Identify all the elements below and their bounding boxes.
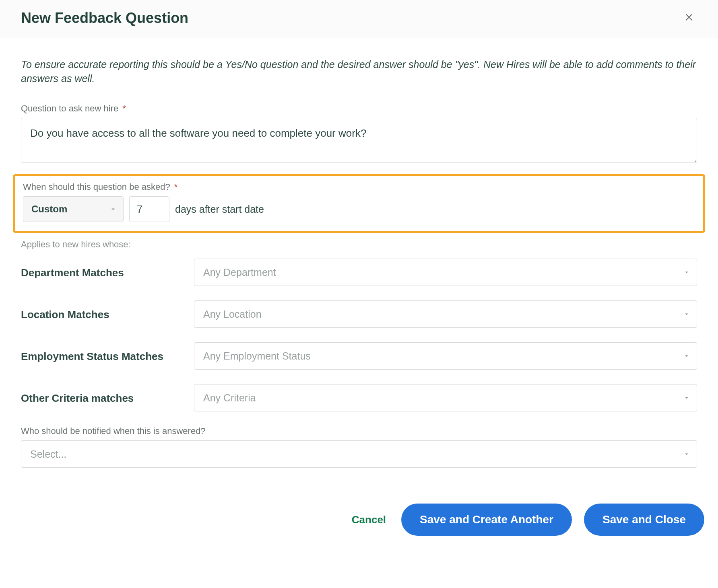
question-field: Question to ask new hire * bbox=[21, 103, 697, 164]
save-and-create-another-button[interactable]: Save and Create Another bbox=[401, 504, 572, 536]
modal-title: New Feedback Question bbox=[21, 10, 188, 27]
employment-status-select[interactable]: Any Employment Status bbox=[194, 342, 697, 370]
notify-placeholder: Select... bbox=[30, 448, 66, 460]
department-criteria-row: Department Matches Any Department bbox=[21, 259, 697, 286]
days-input[interactable] bbox=[129, 196, 169, 222]
timing-type-select[interactable]: Custom bbox=[23, 196, 124, 222]
close-button[interactable] bbox=[681, 10, 697, 26]
location-select[interactable]: Any Location bbox=[194, 300, 697, 328]
location-label: Location Matches bbox=[21, 300, 194, 322]
notify-label: Who should be notified when this is answ… bbox=[21, 426, 697, 436]
modal-footer: Cancel Save and Create Another Save and … bbox=[0, 492, 718, 552]
chevron-down-icon bbox=[683, 269, 690, 276]
timing-section-highlighted: When should this question be asked? * Cu… bbox=[13, 174, 705, 233]
new-feedback-question-modal: New Feedback Question To ensure accurate… bbox=[0, 0, 718, 552]
question-label: Question to ask new hire * bbox=[21, 103, 697, 114]
other-criteria-placeholder: Any Criteria bbox=[203, 392, 256, 404]
notify-select[interactable]: Select... bbox=[21, 440, 697, 468]
modal-body: To ensure accurate reporting this should… bbox=[0, 38, 718, 492]
timing-row: Custom days after start date bbox=[23, 196, 695, 222]
timing-label-text: When should this question be asked? bbox=[23, 182, 170, 192]
chevron-down-icon bbox=[683, 394, 690, 401]
cancel-button[interactable]: Cancel bbox=[349, 510, 389, 530]
location-placeholder: Any Location bbox=[203, 308, 262, 320]
question-label-text: Question to ask new hire bbox=[21, 103, 118, 113]
timing-type-value: Custom bbox=[31, 204, 67, 215]
applies-to-label: Applies to new hires whose: bbox=[21, 239, 697, 250]
chevron-down-icon bbox=[109, 206, 117, 213]
other-criteria-label: Other Criteria matches bbox=[21, 384, 194, 405]
department-select[interactable]: Any Department bbox=[194, 259, 697, 286]
timing-label: When should this question be asked? * bbox=[23, 182, 695, 192]
question-input[interactable] bbox=[21, 118, 697, 163]
required-indicator: * bbox=[122, 103, 126, 113]
required-indicator: * bbox=[174, 182, 178, 192]
chevron-down-icon bbox=[683, 450, 690, 458]
help-text: To ensure accurate reporting this should… bbox=[21, 58, 697, 86]
employment-status-label: Employment Status Matches bbox=[21, 342, 194, 364]
location-criteria-row: Location Matches Any Location bbox=[21, 300, 697, 328]
employment-status-criteria-row: Employment Status Matches Any Employment… bbox=[21, 342, 697, 370]
close-icon bbox=[685, 13, 693, 23]
save-and-close-button[interactable]: Save and Close bbox=[584, 504, 704, 536]
department-placeholder: Any Department bbox=[203, 267, 276, 278]
timing-suffix: days after start date bbox=[175, 204, 264, 215]
chevron-down-icon bbox=[683, 310, 690, 318]
other-criteria-row: Other Criteria matches Any Criteria bbox=[21, 384, 697, 411]
employment-status-placeholder: Any Employment Status bbox=[203, 350, 311, 362]
department-label: Department Matches bbox=[21, 259, 194, 280]
notify-section: Who should be notified when this is answ… bbox=[21, 426, 697, 468]
modal-header: New Feedback Question bbox=[0, 0, 718, 38]
other-criteria-select[interactable]: Any Criteria bbox=[194, 384, 697, 411]
chevron-down-icon bbox=[683, 352, 690, 360]
